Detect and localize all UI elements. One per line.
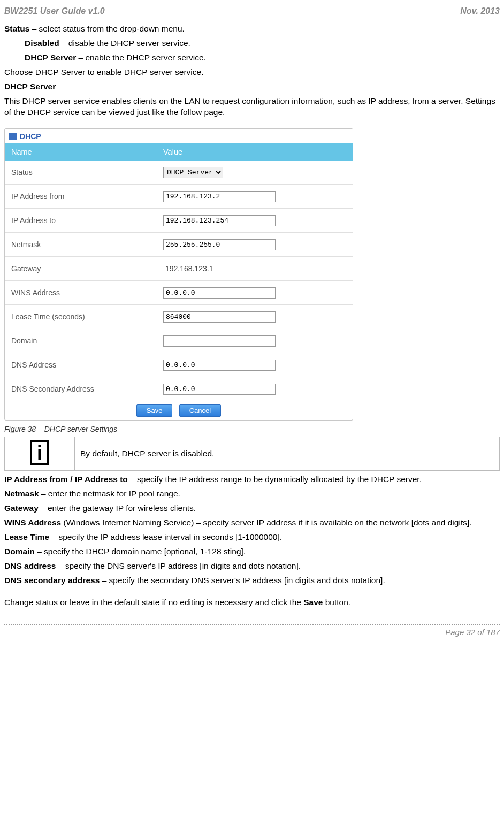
row-ipfrom: IP Address from xyxy=(5,185,353,209)
para-dhcpserver-opt: DHCP Server – enable the DHCP server ser… xyxy=(4,52,500,64)
def-ipfrom-b: IP Address from / IP Address to xyxy=(4,475,128,484)
def-domain-r: – specify the DHCP domain name [optional… xyxy=(35,547,246,556)
label-dns: DNS Address xyxy=(5,353,157,377)
para-status: Status – select status from the drop-dow… xyxy=(4,24,500,35)
row-netmask: Netmask xyxy=(5,233,353,257)
def-netmask-r: – enter the netmask for IP pool range. xyxy=(39,489,180,498)
def-save: Change status or leave in the default st… xyxy=(4,597,500,608)
bold-dhcpserver-opt: DHCP Server xyxy=(25,53,76,62)
def-wins-b: WINS Address xyxy=(4,518,61,527)
para-disabled: Disabled – disable the DHCP server servi… xyxy=(4,38,500,49)
def-save-b: Save xyxy=(303,598,323,607)
dhcp-table: Name Value Status DHCP Server IP Address… xyxy=(5,143,353,420)
dhcp-header-row: Name Value xyxy=(5,143,353,161)
dhcp-panel: DHCP Name Value Status DHCP Server IP Ad… xyxy=(4,128,353,421)
row-dns: DNS Address xyxy=(5,353,353,377)
def-lease: Lease Time – specify the IP address leas… xyxy=(4,532,500,543)
def-dns-r: – specify the DNS server's IP address [i… xyxy=(56,561,301,570)
hdr-name: Name xyxy=(5,143,157,161)
dhcp-title-text: DHCP xyxy=(20,132,41,141)
dns-input[interactable] xyxy=(163,360,276,371)
wins-input[interactable] xyxy=(163,287,276,299)
header-right: Nov. 2013 xyxy=(460,6,500,16)
note-icon-cell xyxy=(5,437,75,471)
row-gateway: Gateway 192.168.123.1 xyxy=(5,257,353,281)
para-dhcpserver-head: DHCP Server xyxy=(4,81,500,93)
label-status: Status xyxy=(5,161,157,185)
label-netmask: Netmask xyxy=(5,233,157,257)
def-dns2-r: – specify the secondary DNS server's IP … xyxy=(100,576,385,585)
dhcp-panel-title: DHCP xyxy=(5,129,353,143)
def-ipfrom-r: – specify the IP address range to be dyn… xyxy=(128,475,422,484)
def-domain: Domain – specify the DHCP domain name [o… xyxy=(4,546,500,557)
bold-disabled: Disabled xyxy=(25,39,59,48)
dhcp-square-icon xyxy=(9,133,17,140)
status-select[interactable]: DHCP Server xyxy=(163,167,223,178)
def-ipfrom: IP Address from / IP Address to – specif… xyxy=(4,474,500,485)
lease-input[interactable] xyxy=(163,311,276,323)
def-netmask: Netmask – enter the netmask for IP pool … xyxy=(4,488,500,500)
def-domain-b: Domain xyxy=(4,547,35,556)
dns2-input[interactable] xyxy=(163,384,276,395)
def-gateway-r: – enter the gateway IP for wireless clie… xyxy=(39,503,196,513)
para-choose: Choose DHCP Server to enable DHCP server… xyxy=(4,67,500,78)
row-ipto: IP Address to xyxy=(5,209,353,233)
def-dns: DNS address – specify the DNS server's I… xyxy=(4,561,500,572)
hdr-value: Value xyxy=(157,143,353,161)
label-wins: WINS Address xyxy=(5,281,157,305)
text-status: – select status from the drop-down menu. xyxy=(29,24,184,33)
figure-caption: Figure 38 – DHCP server Settings xyxy=(4,425,500,433)
def-lease-r: – specify the IP address lease interval … xyxy=(49,532,282,541)
label-lease: Lease Time (seconds) xyxy=(5,305,157,329)
def-netmask-b: Netmask xyxy=(4,489,39,498)
row-domain: Domain xyxy=(5,329,353,353)
info-icon xyxy=(30,440,49,465)
row-dns2: DNS Secondary Address xyxy=(5,377,353,401)
row-wins: WINS Address xyxy=(5,281,353,305)
note-box: By default, DHCP server is disabled. xyxy=(4,437,500,471)
def-wins: WINS Address (Windows Internet Naming Se… xyxy=(4,517,500,529)
def-save-a: Change status or leave in the default st… xyxy=(4,598,303,607)
bold-dhcpserver-head: DHCP Server xyxy=(4,82,56,91)
row-buttons: Save Cancel xyxy=(5,401,353,421)
save-button[interactable]: Save xyxy=(136,404,173,417)
header-left: BW2251 User Guide v1.0 xyxy=(4,6,105,16)
ipto-input[interactable] xyxy=(163,215,276,226)
row-lease: Lease Time (seconds) xyxy=(5,305,353,329)
cancel-button[interactable]: Cancel xyxy=(179,404,221,417)
def-gateway-b: Gateway xyxy=(4,503,39,513)
label-dns2: DNS Secondary Address xyxy=(5,377,157,401)
page-footer: Page 32 of 187 xyxy=(4,624,500,637)
def-save-c: button. xyxy=(323,598,350,607)
para-desc: This DHCP server service enables clients… xyxy=(4,96,500,118)
bold-status: Status xyxy=(4,24,29,33)
label-gateway: Gateway xyxy=(5,257,157,281)
netmask-input[interactable] xyxy=(163,239,276,250)
def-wins-r: (Windows Internet Naming Service) – spec… xyxy=(61,518,471,527)
note-text: By default, DHCP server is disabled. xyxy=(75,437,500,471)
label-ipto: IP Address to xyxy=(5,209,157,233)
def-dns-b: DNS address xyxy=(4,561,56,570)
def-dns2: DNS secondary address – specify the seco… xyxy=(4,575,500,586)
def-gateway: Gateway – enter the gateway IP for wirel… xyxy=(4,503,500,514)
def-lease-b: Lease Time xyxy=(4,532,49,541)
ipfrom-input[interactable] xyxy=(163,191,276,202)
label-ipfrom: IP Address from xyxy=(5,185,157,209)
row-status: Status DHCP Server xyxy=(5,161,353,185)
def-dns2-b: DNS secondary address xyxy=(4,576,100,585)
text-disabled: – disable the DHCP server service. xyxy=(59,39,190,48)
text-dhcpserver-opt: – enable the DHCP server service. xyxy=(76,53,206,62)
gateway-value: 192.168.123.1 xyxy=(163,264,213,273)
domain-input[interactable] xyxy=(163,335,276,347)
label-domain: Domain xyxy=(5,329,157,353)
